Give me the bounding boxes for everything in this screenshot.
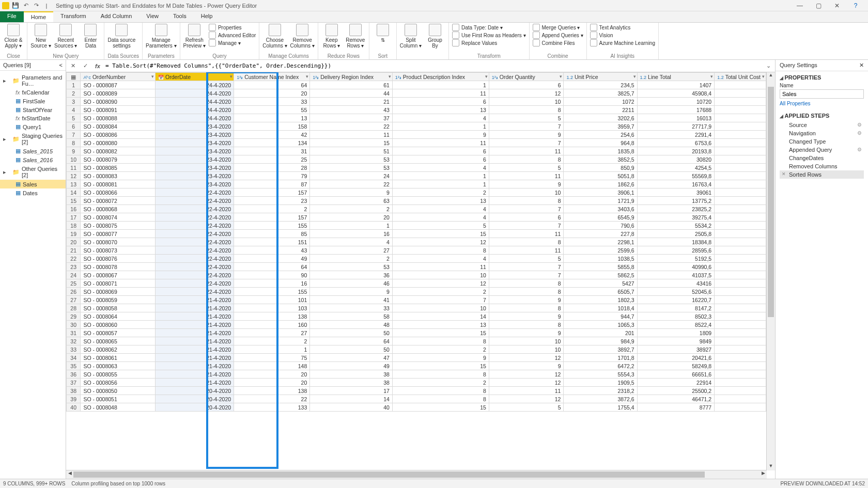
cell[interactable]: [715, 246, 766, 255]
column-dropdown-icon[interactable]: ▾: [633, 74, 636, 79]
cell[interactable]: SO - 0008086: [81, 131, 156, 139]
row-header[interactable]: 3: [67, 98, 81, 106]
cell[interactable]: 7: [489, 139, 564, 147]
cell[interactable]: SO - 0008075: [81, 222, 156, 230]
cell[interactable]: 53: [310, 263, 393, 271]
cell[interactable]: 964,8: [564, 139, 637, 147]
cell[interactable]: 18384,8: [637, 238, 715, 246]
scroll-up-icon[interactable]: ▲: [767, 72, 775, 80]
cell[interactable]: 201: [564, 329, 637, 337]
hscroll-thumb[interactable]: [73, 471, 705, 478]
cell[interactable]: SO - 0008073: [81, 246, 156, 255]
cell[interactable]: 6: [392, 147, 489, 155]
redo-icon[interactable]: ↷: [32, 2, 40, 10]
cell[interactable]: [715, 329, 766, 337]
cell[interactable]: 22-4-2020: [156, 246, 234, 255]
cell[interactable]: 8: [392, 246, 489, 255]
column-header-order-quantity[interactable]: 1²₃Order Quantity▾: [489, 73, 564, 81]
cell[interactable]: 23-4-2020: [156, 172, 234, 180]
cell[interactable]: 22-4-2020: [156, 197, 234, 205]
cell[interactable]: 11: [489, 230, 564, 238]
row-header[interactable]: 6: [67, 122, 81, 131]
cell[interactable]: SO - 0008061: [81, 354, 156, 362]
cell[interactable]: [715, 197, 766, 205]
cell[interactable]: 984,9: [564, 337, 637, 345]
cell[interactable]: 850,9: [564, 164, 637, 172]
cell[interactable]: 1018,4: [564, 304, 637, 312]
ribbon-button[interactable]: RemoveRows ▾: [345, 24, 366, 53]
row-header[interactable]: 10: [67, 155, 81, 164]
cell[interactable]: 23-4-2020: [156, 131, 234, 139]
cell[interactable]: 21-4-2020: [156, 329, 234, 337]
cell[interactable]: 9: [489, 296, 564, 304]
table-row[interactable]: 35SO - 000806321-4-2020148491596472,2582…: [67, 362, 766, 370]
gear-icon[interactable]: ⚙: [857, 122, 862, 128]
table-row[interactable]: 36SO - 000805521-4-202020388125554,36665…: [67, 370, 766, 379]
cell[interactable]: 53: [310, 155, 393, 164]
minimize-button[interactable]: —: [793, 1, 807, 10]
table-row[interactable]: 8SO - 000808023-4-202013415117964,86753,…: [67, 139, 766, 147]
cell[interactable]: 51: [310, 147, 393, 155]
ribbon-button[interactable]: ⇅: [373, 24, 393, 53]
cell[interactable]: 43: [310, 106, 393, 114]
cell[interactable]: SO - 0008074: [81, 213, 156, 222]
table-row[interactable]: 21SO - 000807322-4-202043278112599,62859…: [67, 246, 766, 255]
column-dropdown-icon[interactable]: ▾: [389, 74, 391, 79]
cell[interactable]: 41: [310, 296, 393, 304]
cell[interactable]: 10: [489, 337, 564, 345]
cell[interactable]: 2: [392, 188, 489, 197]
cell[interactable]: 9: [310, 188, 393, 197]
ribbon-small-button[interactable]: Replace Values: [452, 39, 525, 46]
row-header[interactable]: 7: [67, 131, 81, 139]
cell[interactable]: [715, 362, 766, 370]
cell[interactable]: SO - 0008051: [81, 395, 156, 403]
cell[interactable]: 50: [310, 329, 393, 337]
row-header[interactable]: 31: [67, 329, 81, 337]
cell[interactable]: [715, 122, 766, 131]
cell[interactable]: 21-4-2020: [156, 337, 234, 345]
cell[interactable]: 10: [489, 345, 564, 354]
cell[interactable]: [715, 345, 766, 354]
cell[interactable]: 21-4-2020: [156, 345, 234, 354]
cell[interactable]: 40: [310, 403, 393, 412]
cell[interactable]: 12: [489, 395, 564, 403]
cell[interactable]: 27717,9: [637, 122, 715, 131]
ribbon-button[interactable]: RefreshPreview ▾: [183, 24, 206, 53]
cell[interactable]: [715, 106, 766, 114]
row-header[interactable]: 35: [67, 362, 81, 370]
cell[interactable]: 8: [489, 279, 564, 288]
cancel-formula-icon[interactable]: ✕: [68, 61, 78, 71]
table-row[interactable]: 13SO - 000808123-4-20208722191862,616763…: [67, 180, 766, 188]
ribbon-button[interactable]: RemoveColumns ▾: [290, 24, 315, 53]
cell[interactable]: 17: [310, 387, 393, 395]
cell[interactable]: 11: [392, 139, 489, 147]
cell[interactable]: 155: [234, 222, 310, 230]
all-properties-link[interactable]: All Properties: [780, 101, 864, 106]
cell[interactable]: 24: [310, 172, 393, 180]
cell[interactable]: 22-4-2020: [156, 263, 234, 271]
cell[interactable]: 24-4-2020: [156, 81, 234, 89]
cell[interactable]: [715, 387, 766, 395]
cell[interactable]: SO - 0008077: [81, 230, 156, 238]
cell[interactable]: 22-4-2020: [156, 238, 234, 246]
cell[interactable]: [715, 304, 766, 312]
query-item-sales_2015[interactable]: Sales_2015: [0, 147, 66, 155]
cell[interactable]: 1407: [637, 81, 715, 89]
gear-icon[interactable]: ⚙: [857, 130, 862, 136]
cell[interactable]: 23-4-2020: [156, 155, 234, 164]
cell[interactable]: 2: [392, 345, 489, 354]
cell[interactable]: 39061: [637, 188, 715, 197]
query-item-sales[interactable]: Sales: [0, 180, 66, 188]
cell[interactable]: SO - 0008091: [81, 106, 156, 114]
cell[interactable]: 1: [392, 172, 489, 180]
cell[interactable]: [715, 263, 766, 271]
query-item-startofyear[interactable]: StartOfYear: [0, 105, 66, 114]
cell[interactable]: 33: [310, 304, 393, 312]
cell[interactable]: 2599,6: [564, 246, 637, 255]
cell[interactable]: [715, 139, 766, 147]
cell[interactable]: 11: [489, 246, 564, 255]
cell[interactable]: 227,8: [564, 230, 637, 238]
cell[interactable]: 22-4-2020: [156, 213, 234, 222]
table-row[interactable]: 31SO - 000805721-4-202027501592011809: [67, 329, 766, 337]
row-header[interactable]: 28: [67, 304, 81, 312]
